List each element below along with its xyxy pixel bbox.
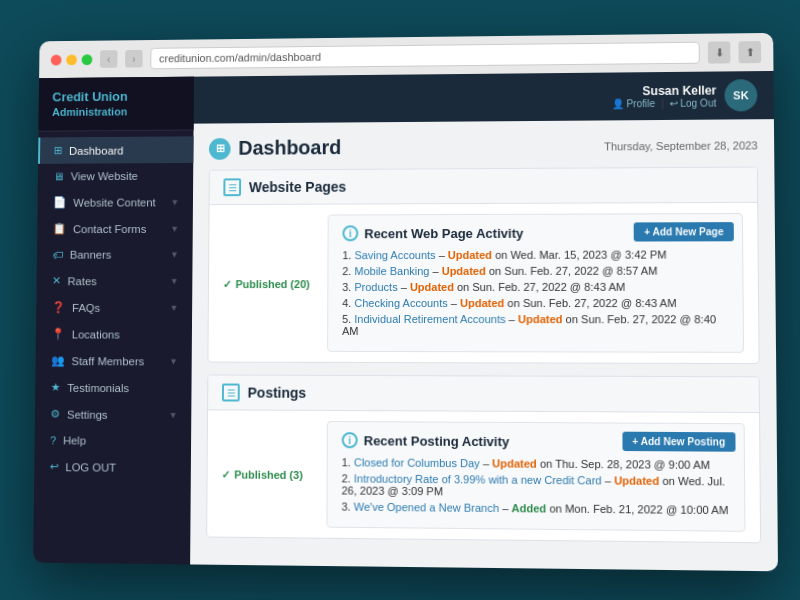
sidebar-item-staff-members[interactable]: 👥 Staff Members ▼ — [35, 347, 191, 374]
logout-label: Log Out — [680, 97, 716, 108]
nav-arrow-banners: ▼ — [170, 250, 179, 260]
sidebar-item-help[interactable]: ? Help — [34, 427, 191, 454]
activity-title-text-postings: Recent Posting Activity — [364, 433, 510, 449]
nav-icon-help: ? — [50, 434, 56, 446]
activity-list-website-pages: 1. Saving Accounts – Updated on Wed. Mar… — [342, 248, 728, 337]
activity-link[interactable]: Products — [354, 281, 397, 293]
published-badge-postings: ✓Published (3) — [221, 420, 311, 527]
published-badge-website-pages: ✓Published (20) — [222, 215, 312, 352]
nav-icon-testimonials: ★ — [51, 381, 61, 394]
section-body-website-pages: ✓Published (20)+ Add New PageiRecent Web… — [208, 203, 758, 363]
nav-label-faqs: FAQs — [72, 301, 170, 313]
nav-icon-contact-forms: 📋 — [53, 222, 67, 235]
profile-link[interactable]: 👤 Profile — [612, 98, 655, 109]
action-label: Updated — [460, 297, 504, 309]
check-icon-postings: ✓ — [221, 468, 230, 481]
sidebar-item-banners[interactable]: 🏷 Banners ▼ — [37, 242, 193, 268]
action-label: Added — [512, 502, 547, 515]
date-text: on Mon. Feb. 21, 2022 @ 10:00 AM — [549, 502, 728, 516]
sidebar-item-dashboard[interactable]: ⊞ Dashboard — [38, 136, 193, 163]
nav-arrow-website-content: ▼ — [171, 197, 180, 207]
sidebar-item-view-website[interactable]: 🖥 View Website — [38, 163, 194, 189]
logo-admin: Administration — [52, 106, 127, 118]
logout-link[interactable]: ↩ Log Out — [670, 97, 717, 108]
sidebar-item-logout[interactable]: ↩ LOG OUT — [34, 453, 191, 481]
app-container: Credit Union Administration ⊞ Dashboard … — [33, 71, 778, 571]
download-icon[interactable]: ⬇ — [708, 41, 731, 63]
section-postings: ☰ Postings ✓Published (3)+ Add New Posti… — [206, 374, 761, 543]
nav-icon-website-content: 📄 — [53, 196, 67, 209]
nav-label-dashboard: Dashboard — [69, 144, 180, 156]
nav-icon-view-website: 🖥 — [53, 171, 64, 183]
activity-title-text-website-pages: Recent Web Page Activity — [364, 225, 523, 240]
forward-button[interactable]: › — [125, 50, 143, 68]
sidebar-item-contact-forms[interactable]: 📋 Contact Forms ▼ — [37, 215, 193, 242]
user-links: 👤 Profile | ↩ Log Out — [612, 97, 716, 109]
sidebar: Credit Union Administration ⊞ Dashboard … — [33, 77, 194, 565]
sidebar-item-rates[interactable]: ✕ Rates ▼ — [36, 267, 192, 294]
add-button-postings[interactable]: + Add New Posting — [622, 432, 736, 452]
date-text: on Sun. Feb. 27, 2022 @ 8:57 AM — [489, 265, 658, 277]
page-title-text: Dashboard — [238, 136, 341, 159]
main-content-area: Susan Keller 👤 Profile | ↩ Log Out — [190, 71, 778, 571]
add-button-website-pages[interactable]: + Add New Page — [634, 222, 734, 241]
activity-item: 3. We've Opened a New Branch – Added on … — [341, 501, 729, 517]
published-label-postings: Published (3) — [234, 469, 303, 482]
section-title-website-pages: Website Pages — [249, 179, 346, 195]
activity-box-website-pages: + Add New PageiRecent Web Page Activity1… — [327, 213, 744, 353]
sidebar-item-settings[interactable]: ⚙ Settings ▼ — [35, 401, 192, 429]
activity-item: 5. Individual Retirement Accounts – Upda… — [342, 313, 728, 338]
nav-icon-faqs: ❓ — [52, 301, 66, 314]
nav-label-contact-forms: Contact Forms — [73, 223, 170, 235]
action-label: Updated — [492, 457, 537, 469]
nav-icon-staff-members: 👥 — [51, 354, 65, 367]
sections-container: ☰ Website Pages ✓Published (20)+ Add New… — [206, 167, 761, 544]
activity-item: 3. Products – Updated on Sun. Feb. 27, 2… — [342, 281, 728, 293]
nav-label-testimonials: Testimonials — [67, 381, 178, 393]
check-icon-website-pages: ✓ — [223, 278, 232, 291]
section-icon-postings: ☰ — [222, 384, 240, 402]
date-text: on Sun. Feb. 27, 2022 @ 8:43 AM — [507, 297, 676, 309]
action-label: Updated — [448, 249, 492, 261]
nav-label-view-website: View Website — [71, 170, 180, 182]
action-label: Updated — [614, 474, 659, 487]
fullscreen-button-traffic[interactable] — [82, 54, 93, 65]
nav-arrow-faqs: ▼ — [170, 302, 179, 312]
activity-link[interactable]: Closed for Columbus Day — [354, 456, 480, 469]
user-details: Susan Keller 👤 Profile | ↩ Log Out — [612, 83, 716, 109]
user-info: Susan Keller 👤 Profile | ↩ Log Out — [612, 79, 757, 112]
nav-icon-locations: 📍 — [51, 328, 65, 341]
user-name: Susan Keller — [612, 83, 716, 98]
activity-box-postings: + Add New PostingiRecent Posting Activit… — [326, 421, 745, 532]
share-icon[interactable]: ⬆ — [738, 41, 761, 63]
nav-icon-rates: ✕ — [52, 274, 61, 287]
activity-link[interactable]: We've Opened a New Branch — [354, 501, 499, 514]
sidebar-item-website-content[interactable]: 📄 Website Content ▼ — [37, 188, 193, 215]
nav-label-banners: Banners — [70, 249, 170, 261]
info-icon-website-pages: i — [342, 225, 358, 241]
activity-link[interactable]: Saving Accounts — [355, 249, 436, 261]
browser-window: ‹ › creditunion.com/admin/dashboard ⬇ ⬆ … — [33, 33, 778, 571]
close-button-traffic[interactable] — [51, 54, 62, 65]
nav-label-help: Help — [63, 434, 177, 447]
sidebar-item-faqs[interactable]: ❓ FAQs ▼ — [36, 294, 192, 321]
url-bar[interactable]: creditunion.com/admin/dashboard — [150, 42, 700, 70]
nav-icon-banners: 🏷 — [52, 249, 63, 261]
activity-link[interactable]: Mobile Banking — [354, 265, 429, 277]
info-icon-postings: i — [342, 432, 358, 448]
activity-link[interactable]: Individual Retirement Accounts — [354, 313, 505, 325]
activity-link[interactable]: Checking Accounts — [354, 297, 447, 309]
activity-item: 2. Introductory Rate of 3.99% with a new… — [342, 472, 730, 500]
section-title-postings: Postings — [248, 385, 307, 401]
page-header: ⊞ Dashboard Thursday, September 28, 2023 — [209, 133, 758, 160]
nav-arrow-settings: ▼ — [169, 410, 178, 420]
activity-list-postings: 1. Closed for Columbus Day – Updated on … — [341, 456, 729, 516]
sidebar-logo: Credit Union Administration — [38, 77, 193, 132]
back-button[interactable]: ‹ — [100, 50, 118, 68]
nav-icon-logout: ↩ — [50, 460, 59, 473]
sidebar-item-locations[interactable]: 📍 Locations — [36, 321, 192, 348]
section-website-pages: ☰ Website Pages ✓Published (20)+ Add New… — [207, 167, 759, 365]
minimize-button-traffic[interactable] — [66, 54, 77, 65]
date-text: on Wed. Mar. 15, 2023 @ 3:42 PM — [495, 249, 667, 261]
sidebar-item-testimonials[interactable]: ★ Testimonials — [35, 374, 191, 401]
